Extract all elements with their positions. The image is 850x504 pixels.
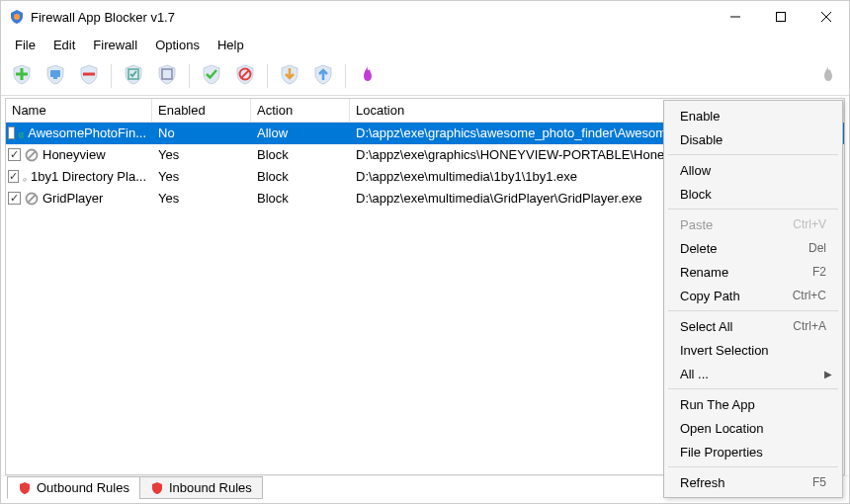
remove-icon	[78, 63, 100, 88]
tab-inbound[interactable]: Inbound Rules	[139, 476, 263, 499]
close-button[interactable]	[804, 1, 849, 33]
svg-point-0	[14, 14, 20, 20]
submenu-arrow-icon: ▶	[824, 369, 832, 379]
block-icon	[25, 148, 39, 162]
up-icon	[312, 63, 334, 88]
menu-options[interactable]: Options	[147, 36, 208, 54]
row-enabled: Yes	[152, 147, 251, 162]
logo-button[interactable]	[813, 61, 843, 91]
svg-rect-2	[777, 13, 786, 22]
minimize-button[interactable]	[713, 1, 758, 33]
row-action: Block	[251, 169, 350, 184]
ctx-rename[interactable]: RenameF2	[666, 260, 840, 284]
svg-line-18	[24, 178, 26, 180]
menu-help[interactable]: Help	[210, 36, 252, 54]
ctx-all[interactable]: All ...▶	[666, 362, 840, 385]
allow-icon	[201, 63, 222, 88]
svg-line-20	[28, 195, 36, 203]
col-enabled[interactable]: Enabled	[152, 99, 251, 122]
menu-firewall[interactable]: Firewall	[85, 36, 145, 54]
allow-icon	[19, 126, 25, 140]
shield-icon	[150, 481, 164, 495]
titlebar: Firewall App Blocker v1.7	[1, 1, 849, 33]
menu-edit[interactable]: Edit	[45, 36, 83, 54]
toolbar-separator	[111, 64, 112, 88]
flame-button[interactable]	[353, 61, 382, 91]
menu-divider	[668, 310, 838, 311]
row-name: AwesomePhotoFin...	[28, 126, 146, 140]
context-menu: Enable Disable Allow Block PasteCtrl+V D…	[663, 100, 843, 498]
monitor-icon	[44, 63, 66, 88]
toolbar-separator	[189, 64, 190, 88]
menu-divider	[668, 154, 838, 155]
add-icon	[11, 63, 33, 88]
ctx-copypath[interactable]: Copy PathCtrl+C	[666, 284, 840, 307]
menu-divider	[668, 388, 838, 389]
allow-button[interactable]	[197, 61, 226, 91]
row-action: Block	[251, 147, 350, 162]
remove-button[interactable]	[74, 61, 104, 91]
row-action: Allow	[251, 126, 350, 140]
maximize-button[interactable]	[758, 1, 804, 33]
checkall-icon	[123, 63, 144, 88]
toolbar-separator	[267, 64, 268, 88]
svg-rect-7	[50, 70, 60, 77]
shield-icon	[18, 481, 32, 495]
ctx-fileprops[interactable]: File Properties	[666, 440, 840, 463]
menu-divider	[668, 466, 838, 467]
row-name: Honeyview	[42, 147, 106, 162]
window-title: Firewall App Blocker v1.7	[31, 10, 713, 25]
monitor-button[interactable]	[41, 61, 70, 91]
ctx-disable[interactable]: Disable	[666, 127, 840, 151]
logo-flame-icon	[817, 63, 839, 88]
toolbar-separator	[345, 64, 346, 88]
row-enabled: Yes	[152, 169, 251, 184]
svg-line-16	[28, 151, 36, 159]
row-enabled: No	[152, 126, 251, 140]
tab-outbound[interactable]: Outbound Rules	[7, 476, 140, 499]
block-icon	[234, 63, 256, 88]
ctx-delete[interactable]: DeleteDel	[666, 236, 840, 260]
block-icon	[25, 192, 39, 206]
col-action[interactable]: Action	[251, 99, 350, 122]
col-name[interactable]: Name	[6, 99, 152, 122]
svg-rect-6	[16, 73, 28, 76]
row-checkbox[interactable]	[8, 170, 19, 183]
row-action: Block	[251, 191, 350, 206]
tab-label: Inbound Rules	[169, 480, 252, 495]
flame-icon	[357, 63, 379, 88]
ctx-invert[interactable]: Invert Selection	[666, 338, 840, 362]
ctx-enable[interactable]: Enable	[666, 104, 840, 127]
movedown-button[interactable]	[275, 61, 304, 91]
tab-label: Outbound Rules	[37, 480, 129, 495]
row-checkbox[interactable]	[8, 148, 21, 161]
row-checkbox[interactable]	[8, 126, 15, 139]
menu-file[interactable]: File	[7, 36, 43, 54]
uncheckall-button[interactable]	[152, 61, 182, 91]
ctx-openloc[interactable]: Open Location	[666, 416, 840, 440]
moveup-button[interactable]	[308, 61, 338, 91]
block-button[interactable]	[230, 61, 260, 91]
app-icon	[9, 9, 25, 25]
menu-divider	[668, 209, 838, 210]
svg-rect-8	[53, 77, 57, 79]
ctx-paste: PasteCtrl+V	[666, 212, 840, 236]
menubar: File Edit Firewall Options Help	[1, 33, 849, 56]
uncheckall-icon	[156, 63, 178, 88]
row-name: 1by1 Directory Pla...	[31, 169, 146, 184]
row-checkbox[interactable]	[8, 192, 21, 205]
block-icon	[23, 170, 27, 184]
ctx-run[interactable]: Run The App	[666, 392, 840, 416]
add-button[interactable]	[7, 61, 37, 91]
ctx-selectall[interactable]: Select AllCtrl+A	[666, 314, 840, 338]
row-enabled: Yes	[152, 191, 251, 206]
toolbar	[1, 56, 849, 96]
down-icon	[279, 63, 300, 88]
ctx-refresh[interactable]: RefreshF5	[666, 470, 840, 494]
ctx-allow[interactable]: Allow	[666, 158, 840, 182]
row-name: GridPlayer	[42, 191, 103, 206]
checkall-button[interactable]	[119, 61, 148, 91]
ctx-block[interactable]: Block	[666, 182, 840, 206]
svg-rect-9	[83, 73, 95, 76]
